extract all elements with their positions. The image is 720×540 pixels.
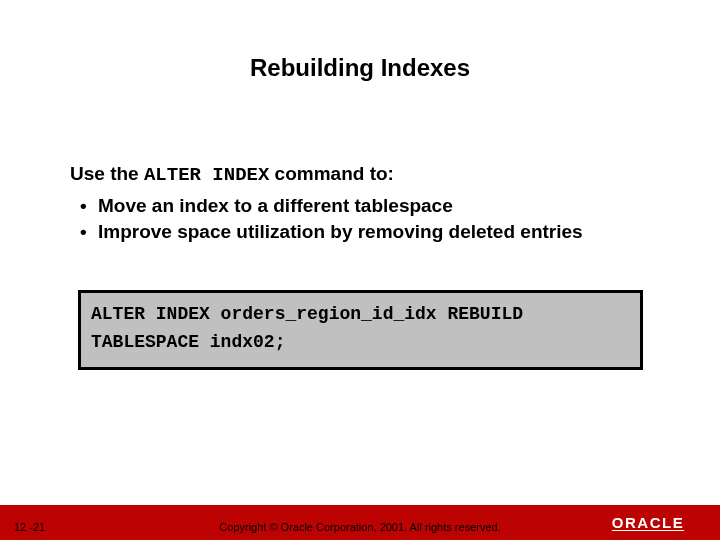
lead-post: command to: (269, 163, 394, 184)
code-line: ALTER INDEX orders_region_id_idx REBUILD (91, 301, 630, 329)
slide-body: Use the ALTER INDEX command to: Move an … (70, 162, 660, 245)
bullet-list: Move an index to a different tablespace … (70, 194, 660, 244)
slide: Rebuilding Indexes Use the ALTER INDEX c… (0, 0, 720, 540)
oracle-logo: ORACLE (592, 510, 704, 535)
footer-bar: 12 -21 Copyright © Oracle Corporation, 2… (0, 505, 720, 540)
list-item: Move an index to a different tablespace (98, 194, 660, 218)
list-item: Improve space utilization by removing de… (98, 220, 660, 244)
lead-code: ALTER INDEX (144, 164, 269, 186)
lead-text: Use the ALTER INDEX command to: (70, 162, 660, 188)
oracle-logo-text: ORACLE (610, 514, 686, 532)
code-line: TABLESPACE indx02; (91, 329, 630, 357)
lead-pre: Use the (70, 163, 144, 184)
code-box: ALTER INDEX orders_region_id_idx REBUILD… (78, 290, 643, 370)
slide-title: Rebuilding Indexes (0, 0, 720, 82)
